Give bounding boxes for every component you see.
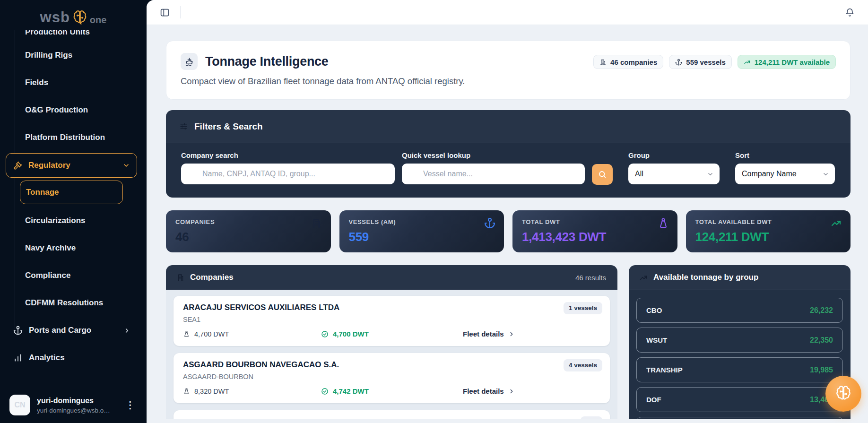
- header-badges: 46 companies 559 vessels 124,211 DWT ava…: [593, 53, 836, 86]
- company-search-input[interactable]: [181, 164, 395, 184]
- user-profile[interactable]: CN yuri-domingues yuri-domingues@wsb.o…: [0, 388, 147, 423]
- vessel-lookup-label: Quick vessel lookup: [402, 151, 585, 159]
- companies-list: ARACAJU SERVICOS AUXILIARES LTDA 1 vesse…: [166, 290, 617, 419]
- sidebar-item-platform-distribution[interactable]: Platform Distribution: [0, 124, 147, 151]
- sidebar-item-label: CDFMM Resolutions: [25, 298, 103, 308]
- badge-label: 124,211 DWT available: [755, 58, 830, 66]
- sidebar-item-navy-archive[interactable]: Navy Archive: [0, 234, 147, 262]
- vessels-badge: 1 vessels: [564, 302, 602, 314]
- brand-one: one: [90, 15, 107, 26]
- building-icon: [311, 217, 322, 229]
- sidebar-item-ports-and-cargo[interactable]: Ports and Cargo: [0, 317, 147, 344]
- company-card: ARACAJU SERVICOS AUXILIARES LTDA 1 vesse…: [174, 296, 610, 346]
- brain-circuit-icon: [834, 384, 853, 403]
- sidebar-toggle-button[interactable]: [160, 8, 170, 17]
- company-dwt: 8,320 DWT: [183, 388, 321, 395]
- content: Tonnage Intelligence Compact view of Bra…: [147, 25, 868, 419]
- stats-row: COMPANIES 46 VESSELS (AM) 559: [166, 210, 851, 252]
- tonnage-panel-header: Available tonnage by group: [629, 265, 851, 290]
- anchor-icon: [675, 59, 682, 66]
- sidebar-item-label: Compliance: [25, 271, 70, 280]
- sliders-icon: [179, 122, 188, 131]
- group-value: 19,985: [810, 366, 833, 374]
- page-header-left: Tonnage Intelligence Compact view of Bra…: [181, 53, 465, 86]
- sidebar-item-label: O&G Production: [25, 105, 88, 115]
- tonnage-group-row[interactable]: CBO 26,232: [636, 298, 843, 323]
- sidebar-item-label: Analytics: [29, 353, 65, 363]
- companies-panel: Companies 46 results ARACAJU SERVICOS AU…: [166, 265, 617, 419]
- company-dwt: 4,700 DWT: [183, 330, 321, 338]
- sidebar-item-analytics[interactable]: Analytics: [0, 344, 147, 371]
- brand-logo[interactable]: wsb one: [0, 0, 147, 27]
- stat-vessels: VESSELS (AM) 559: [339, 210, 504, 252]
- group-name: DOF: [646, 396, 661, 404]
- fleet-details-label: Fleet details: [463, 387, 504, 395]
- tonnage-group-row[interactable]: DOF 13,468: [636, 387, 843, 412]
- sort-select[interactable]: Company Name: [735, 164, 835, 184]
- company-available-value: 4,700 DWT: [333, 330, 369, 338]
- bell-icon[interactable]: [845, 8, 855, 17]
- sidebar-item-label: Circularizations: [25, 216, 86, 225]
- company-dwt-value: 8,320 DWT: [194, 388, 229, 395]
- brand-wsb: wsb: [40, 9, 70, 26]
- sidebar-item-label: Fields: [25, 78, 48, 87]
- assistant-fab-button[interactable]: [825, 376, 861, 412]
- company-group: SEA1: [183, 316, 600, 323]
- weight-icon: [183, 388, 190, 395]
- sidebar-item-drilling-rigs[interactable]: Drilling Rigs: [0, 42, 147, 69]
- sidebar-item-production-units[interactable]: Production Units: [0, 30, 147, 42]
- sidebar-item-regulatory[interactable]: Regulatory: [6, 153, 137, 178]
- vessels-badge: [581, 416, 602, 419]
- trending-up-icon: [831, 217, 842, 229]
- company-name: ARACAJU SERVICOS AUXILIARES LTDA: [183, 303, 600, 312]
- filters-body: Company search Quick vessel lookup: [166, 143, 851, 198]
- tonnage-group-row[interactable]: TRANSHIP 19,985: [636, 357, 843, 382]
- stat-label: TOTAL DWT: [522, 218, 668, 225]
- stat-value: 124,211 DWT: [695, 230, 842, 244]
- companies-count-badge: 46 companies: [593, 55, 663, 69]
- stat-companies: COMPANIES 46: [166, 210, 331, 252]
- tonnage-by-group-panel: Available tonnage by group CBO 26,232 WS…: [629, 265, 851, 419]
- chevron-down-icon: [122, 162, 130, 169]
- filters-header: Filters & Search: [166, 110, 851, 143]
- chevron-down-icon: [822, 171, 829, 178]
- sidebar-item-compliance[interactable]: Compliance: [0, 262, 147, 289]
- sidebar-item-cdfmm-resolutions[interactable]: CDFMM Resolutions: [0, 289, 147, 317]
- sidebar-item-label: Ports and Cargo: [29, 326, 91, 335]
- available-dwt-badge: 124,211 DWT available: [738, 55, 836, 69]
- sidebar-item-label: Navy Archive: [25, 243, 76, 253]
- company-available-dwt: 4,700 DWT: [321, 330, 463, 338]
- sidebar-item-circularizations[interactable]: Circularizations: [0, 207, 147, 234]
- dots-vertical-icon[interactable]: [122, 397, 138, 413]
- sidebar-item-og-production[interactable]: O&G Production: [0, 96, 147, 124]
- sort-select-value: Company Name: [742, 170, 797, 178]
- trending-up-icon: [744, 59, 751, 66]
- sidebar-nav: Production Units Drilling Rigs Fields O&…: [0, 30, 147, 371]
- bar-chart-icon: [13, 353, 23, 363]
- vessels-badge: 4 vessels: [564, 359, 602, 371]
- filters-title: Filters & Search: [194, 121, 263, 132]
- check-circle-icon: [321, 388, 329, 395]
- fleet-details-link[interactable]: Fleet details: [463, 330, 515, 338]
- sidebar-item-tonnage[interactable]: Tonnage: [20, 181, 123, 204]
- user-name: yuri-domingues: [37, 397, 110, 405]
- sidebar-item-fields[interactable]: Fields: [0, 69, 147, 96]
- sidebar-item-label: Regulatory: [28, 161, 70, 170]
- vessel-lookup-input[interactable]: [402, 164, 585, 184]
- stat-label: TOTAL AVAILABLE DWT: [695, 218, 842, 225]
- fleet-details-label: Fleet details: [463, 330, 504, 338]
- companies-results-count: 46 results: [575, 274, 606, 282]
- stat-available-dwt: TOTAL AVAILABLE DWT 124,211 DWT: [686, 210, 851, 252]
- search-icon: [598, 170, 607, 179]
- bottom-panels: Companies 46 results ARACAJU SERVICOS AU…: [166, 265, 851, 419]
- search-button[interactable]: [592, 164, 613, 185]
- tonnage-group-row[interactable]: WSUT 22,350: [636, 328, 843, 353]
- page-title: Tonnage Intelligence: [205, 54, 329, 69]
- page-subtitle: Compact view of Brazilian fleet tonnage …: [181, 76, 465, 86]
- topbar-divider: [180, 6, 181, 18]
- tonnage-group-list: CBO 26,232 WSUT 22,350 TRANSHIP 19,985: [629, 290, 851, 419]
- group-select[interactable]: All: [628, 164, 720, 184]
- group-label: Group: [628, 151, 720, 159]
- group-select-value: All: [635, 170, 643, 178]
- fleet-details-link[interactable]: Fleet details: [463, 387, 515, 395]
